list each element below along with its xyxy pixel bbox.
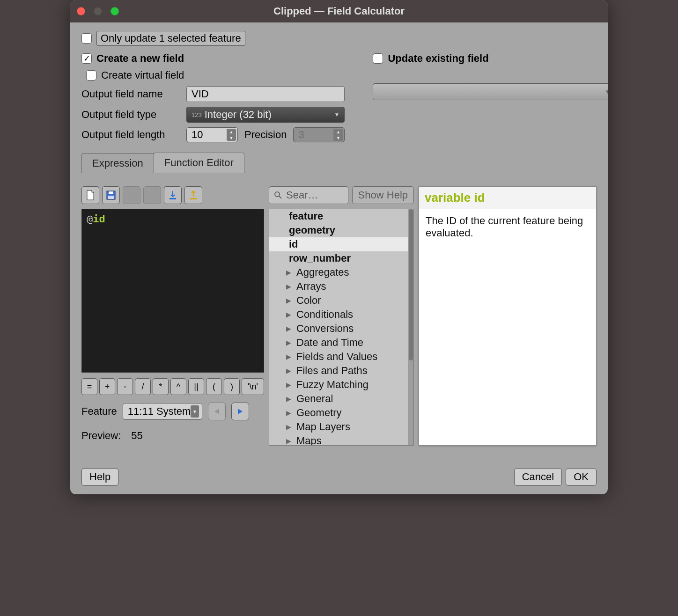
help-body: The ID of the current feature being eval… bbox=[419, 209, 596, 245]
help-button[interactable]: Help bbox=[81, 468, 118, 486]
tree-group[interactable]: ▶Conversions bbox=[269, 322, 413, 336]
window-controls bbox=[77, 7, 119, 15]
precision-stepper: 3 ▲▼ bbox=[293, 127, 345, 142]
tree-group[interactable]: ▶General bbox=[269, 392, 413, 406]
tree-group-label: Color bbox=[296, 294, 321, 307]
update-existing-checkbox[interactable] bbox=[373, 53, 383, 64]
tree-group-label: Files and Paths bbox=[296, 365, 368, 377]
import-button[interactable] bbox=[164, 186, 182, 204]
tree-group-label: Fuzzy Matching bbox=[296, 379, 368, 391]
output-field-type-select[interactable]: 123 Integer (32 bit) ▼ bbox=[186, 107, 345, 123]
op-button[interactable]: - bbox=[117, 378, 133, 395]
create-new-checkbox[interactable] bbox=[81, 53, 92, 64]
feature-select[interactable]: 11:11 Systems ▼ bbox=[123, 403, 202, 420]
ok-button[interactable]: OK bbox=[566, 468, 597, 486]
show-help-button[interactable]: Show Help bbox=[352, 186, 414, 204]
chevron-right-icon: ▶ bbox=[286, 395, 293, 403]
titlebar: Clipped — Field Calculator bbox=[70, 0, 608, 22]
create-virtual-checkbox[interactable] bbox=[86, 70, 96, 81]
export-button[interactable] bbox=[184, 186, 202, 204]
chevron-right-icon: ▶ bbox=[286, 297, 293, 304]
chevron-right-icon: ▶ bbox=[286, 381, 293, 389]
out-type-label: Output field type bbox=[81, 109, 180, 121]
step-down-icon[interactable]: ▼ bbox=[227, 135, 236, 141]
only-update-row: Only update 1 selected feature bbox=[81, 31, 597, 46]
new-file-button[interactable] bbox=[81, 186, 99, 204]
tree-group[interactable]: ▶Date and Time bbox=[269, 336, 413, 350]
chevron-right-icon: ▶ bbox=[286, 283, 293, 290]
tree-group[interactable]: ▶Fields and Values bbox=[269, 350, 413, 364]
expression-editor[interactable]: @id bbox=[81, 209, 264, 373]
tree-group[interactable]: ▶Color bbox=[269, 293, 413, 308]
minimize-icon[interactable] bbox=[94, 7, 102, 15]
tree-item[interactable]: geometry bbox=[269, 223, 413, 237]
tab-function-editor[interactable]: Function Editor bbox=[154, 153, 244, 173]
feature-value: 11:11 Systems bbox=[128, 405, 196, 418]
op-button[interactable]: ( bbox=[206, 378, 222, 395]
op-button[interactable]: || bbox=[188, 378, 204, 395]
chevron-right-icon: ▶ bbox=[286, 353, 293, 360]
tree-item[interactable]: row_number bbox=[269, 251, 413, 265]
output-field-name-input[interactable] bbox=[186, 86, 345, 102]
save-button[interactable] bbox=[102, 186, 120, 204]
tree-group[interactable]: ▶Arrays bbox=[269, 279, 413, 293]
edit-button bbox=[123, 186, 140, 204]
tab-expression[interactable]: Expression bbox=[81, 153, 154, 173]
tree-item[interactable]: id bbox=[269, 237, 413, 251]
tree-group[interactable]: ▶Geometry bbox=[269, 406, 413, 420]
search-input[interactable]: Sear… bbox=[269, 186, 348, 204]
operator-row: =+-/*^||()'\n' bbox=[81, 378, 264, 395]
close-icon[interactable] bbox=[77, 7, 85, 15]
precision-value: 3 bbox=[298, 129, 304, 141]
tree-group[interactable]: ▶Aggregates bbox=[269, 265, 413, 279]
field-calculator-window: Clipped — Field Calculator Only update 1… bbox=[70, 0, 608, 494]
tree-group-label: Geometry bbox=[296, 407, 342, 419]
next-feature-button[interactable] bbox=[231, 403, 249, 420]
tree-group[interactable]: ▶Files and Paths bbox=[269, 364, 413, 378]
tree-group[interactable]: ▶Map Layers bbox=[269, 420, 413, 434]
zoom-icon[interactable] bbox=[111, 7, 119, 15]
out-length-label: Output field length bbox=[81, 129, 180, 141]
scroll-thumb[interactable] bbox=[409, 209, 413, 360]
tree-group-label: Maps bbox=[296, 435, 322, 446]
chevron-down-icon: ▼ bbox=[334, 111, 340, 118]
feature-label: Feature bbox=[81, 405, 117, 418]
tree-item[interactable]: feature bbox=[269, 209, 413, 223]
tree-group-label: Date and Time bbox=[296, 337, 363, 349]
only-update-checkbox[interactable] bbox=[81, 33, 92, 44]
op-button[interactable]: = bbox=[81, 378, 97, 395]
chevron-right-icon: ▶ bbox=[286, 325, 293, 332]
scrollbar[interactable] bbox=[408, 209, 413, 445]
tree-group[interactable]: ▶Maps bbox=[269, 434, 413, 446]
search-placeholder: Sear… bbox=[286, 189, 318, 201]
tree-group-label: General bbox=[296, 393, 333, 405]
function-tree-panel: Sear… Show Help featuregeometryidrow_num… bbox=[269, 186, 414, 446]
op-button[interactable]: ^ bbox=[170, 378, 186, 395]
expression-at: @ bbox=[87, 213, 93, 225]
precision-label: Precision bbox=[244, 129, 287, 141]
tree-group-label: Fields and Values bbox=[296, 351, 377, 363]
tree-group[interactable]: ▶Fuzzy Matching bbox=[269, 378, 413, 392]
prev-feature-button[interactable] bbox=[208, 403, 226, 420]
op-button[interactable]: ) bbox=[224, 378, 240, 395]
search-icon bbox=[274, 191, 282, 199]
step-up-icon[interactable]: ▲ bbox=[227, 129, 236, 135]
tree-group-label: Map Layers bbox=[296, 421, 350, 433]
tree-group-label: Conversions bbox=[296, 323, 354, 335]
op-button[interactable]: + bbox=[99, 378, 115, 395]
chevron-right-icon: ▶ bbox=[286, 367, 293, 374]
tree-group[interactable]: ▶Conditionals bbox=[269, 308, 413, 322]
update-existing-label: Update existing field bbox=[388, 52, 488, 65]
output-field-type-value: Integer (32 bit) bbox=[205, 109, 272, 121]
op-button[interactable]: * bbox=[153, 378, 169, 395]
create-virtual-label: Create virtual field bbox=[101, 69, 184, 81]
svg-rect-4 bbox=[190, 198, 197, 199]
cancel-button[interactable]: Cancel bbox=[514, 468, 562, 486]
op-button[interactable]: '\n' bbox=[242, 378, 264, 395]
op-button[interactable]: / bbox=[135, 378, 151, 395]
output-field-length-stepper[interactable]: 10 ▲▼ bbox=[186, 127, 238, 142]
function-tree[interactable]: featuregeometryidrow_number▶Aggregates▶A… bbox=[269, 209, 414, 446]
chevron-right-icon: ▶ bbox=[286, 339, 293, 346]
content: Only update 1 selected feature Create a … bbox=[70, 22, 608, 494]
update-existing-select[interactable]: ▼ bbox=[373, 83, 608, 100]
